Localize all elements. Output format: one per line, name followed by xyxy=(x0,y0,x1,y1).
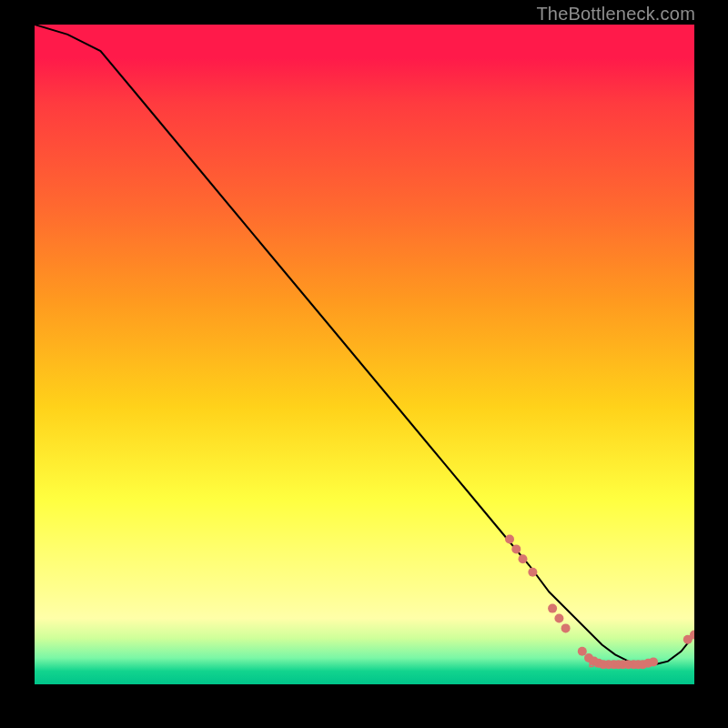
curve-marker xyxy=(519,554,528,563)
watermark-text: TheBottleneck.com xyxy=(536,4,695,25)
curve-marker xyxy=(578,647,587,656)
curve-marker xyxy=(649,657,658,666)
curve-markers xyxy=(505,535,694,670)
curve-marker xyxy=(561,623,571,632)
marker-label: BIDS 05046 xyxy=(589,660,633,669)
chart-stage: TheBottleneck.com BIDS 05046 xyxy=(0,0,728,728)
curve-marker xyxy=(554,614,563,623)
curve-marker xyxy=(528,568,537,577)
bottleneck-curve xyxy=(35,25,694,664)
curve-marker xyxy=(548,604,557,613)
curve-marker xyxy=(505,535,514,544)
curve-layer: BIDS 05046 xyxy=(35,25,694,684)
curve-marker xyxy=(511,544,521,553)
plot-area: BIDS 05046 xyxy=(35,25,694,684)
